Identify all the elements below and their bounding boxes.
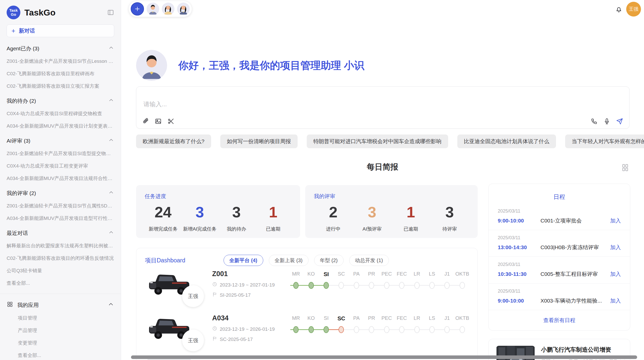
milestone-label-PR: PR — [364, 271, 379, 278]
view-all-schedule-link[interactable]: 查看所有日程 — [489, 317, 630, 324]
attachment-icon[interactable] — [142, 118, 149, 125]
dashboard-tab[interactable]: 全新上装 (3) — [269, 255, 309, 266]
task-list-item[interactable]: A034-全新新能源MUV产品开发项目法规符合性评审 — [7, 175, 114, 182]
dashboard-tab[interactable]: 动总开发 (1) — [349, 255, 389, 266]
assistant-avatar-1[interactable] — [147, 3, 159, 15]
milestone-label-LS: LS — [425, 315, 440, 322]
milestone-dot-PA — [354, 326, 359, 333]
task-list-item[interactable]: Z001-全新燃油皮卡产品开发项目SI节点Lesson Learn报告 — [7, 58, 114, 65]
image-upload-icon[interactable] — [155, 118, 162, 125]
join-meeting-link[interactable]: 加入 — [610, 217, 621, 224]
screenshot-scissors-icon[interactable] — [167, 118, 174, 125]
recent-view-all-link[interactable]: 查看全部... — [7, 280, 114, 287]
milestone-dot-LR — [414, 326, 420, 333]
task-list-item[interactable]: A034-全新新能源MUV产品开发项目造型可行性评审 — [7, 215, 114, 222]
schedule-item: 2025/03/119:00-10:00C001-立项审批会加入 — [489, 203, 630, 230]
join-meeting-link[interactable]: 加入 — [610, 244, 621, 251]
suggestion-chip[interactable]: 比亚迪全固态电池计划具体说了什么 — [457, 134, 556, 148]
task-list-item[interactable]: C0X4-动力总成开发项目SI里程碑提交物检查 — [7, 110, 114, 117]
task-list-item[interactable]: C0X4-动力总成开发项目工程变更评审 — [7, 163, 114, 169]
send-icon[interactable] — [616, 118, 623, 125]
layout-grid-icon[interactable] — [621, 163, 630, 172]
new-chat-button[interactable]: + 新对话 — [7, 24, 114, 37]
schedule-date: 2025/03/11 — [498, 262, 621, 267]
assistant-avatar-2[interactable] — [162, 3, 174, 15]
flag-icon — [212, 336, 217, 342]
apps-view-all-link[interactable]: 查看全部... — [7, 352, 114, 359]
add-assistant-button[interactable] — [131, 2, 144, 16]
milestone-cell — [379, 326, 394, 333]
suggestion-chip[interactable]: 欧洲新规最近颁布了什么? — [136, 134, 211, 148]
milestone-cell — [303, 326, 318, 333]
milestone-label-J1: J1 — [440, 315, 455, 322]
project-row[interactable]: 王强A0342023-12-19 ~ 2026-01-19SC-2025-05-… — [136, 314, 477, 354]
milestone-label-FEC: FEC — [394, 271, 409, 278]
chevron-up-icon[interactable] — [108, 301, 114, 309]
chevron-up-icon[interactable] — [108, 97, 114, 104]
section-header-0[interactable]: Agent已办 (3) — [7, 45, 114, 52]
milestone-cell — [319, 282, 334, 289]
assistant-avatar-3[interactable] — [177, 3, 190, 15]
milestone-label-J1: J1 — [440, 271, 455, 278]
schedule-items: 2025/03/119:00-10:00C001-立项审批会加入2025/03/… — [489, 203, 630, 310]
section-header-1[interactable]: 我的待办 (2) — [7, 97, 114, 104]
schedule-item: 2025/03/119:00-10:00X003-车辆动力学性能验...加入 — [489, 283, 630, 310]
dashboard-tab[interactable]: 年型 (2) — [314, 255, 344, 266]
task-list-item[interactable]: Z001-全新燃油轻卡产品开发项目SI造型提交物评审 — [7, 150, 114, 157]
milestone-dot-SI — [324, 282, 329, 289]
chevron-up-icon[interactable] — [108, 189, 114, 197]
horizontal-scrollbar[interactable] — [131, 355, 637, 359]
milestone-cell — [364, 326, 379, 333]
join-meeting-link[interactable]: 加入 — [610, 297, 621, 304]
task-list-item[interactable]: A034-全新新能源MUV产品开发项目计划变更表编写 — [7, 123, 114, 129]
app-link[interactable]: 产品管理 — [7, 327, 114, 334]
recent-chat-item[interactable]: 公司Q3轻卡销量 — [7, 267, 114, 274]
schedule-item: 2025/03/1113:00-14:30C003|H0B-方案冻结评审加入 — [489, 230, 630, 257]
chevron-up-icon[interactable] — [108, 229, 114, 237]
project-name: Z001 — [212, 270, 286, 278]
milestone-track: MRKOSISCPAPRPECFECLRLSJ1OKTB — [288, 269, 470, 290]
milestone-dot-PR — [369, 282, 374, 289]
grid-icon — [7, 301, 13, 309]
suggestion-chip[interactable]: 如何写一份清晰的项目周报 — [220, 134, 298, 148]
dashboard-tab[interactable]: 全新平台 (4) — [224, 255, 263, 266]
milestone-dots — [288, 325, 470, 334]
recent-chat-item[interactable]: C02-飞腾新能源轻客改款项目的闭环通告反馈情况 — [7, 255, 114, 262]
milestone-label-SI: SI — [319, 315, 334, 322]
task-list-item[interactable]: Z001-全新燃油轻卡产品开发项目SI节点属性5D文件评审 — [7, 203, 114, 209]
section-header-3[interactable]: 我的评审 (2) — [7, 189, 114, 197]
stat-已逾期: 1已逾期 — [391, 204, 430, 232]
suggestion-chip[interactable]: 当下年轻人对汽车外观有怎样的喜好趋势 — [565, 134, 644, 148]
taskgo-app: Task Go TaskGo + 新对话 Agent已办 (3)Z001-全新燃… — [0, 0, 644, 360]
sidebar-collapse-button[interactable] — [107, 9, 114, 16]
microphone-icon[interactable] — [603, 118, 610, 125]
task-progress-card: 任务进度 24新增完成任务3新增AI完成任务3我的待办1已逾期 — [136, 185, 300, 238]
project-date-range: 2023-12-19 ~ 2026-01-19 — [212, 326, 286, 332]
notification-bell-icon[interactable] — [615, 6, 623, 13]
schedule-time: 9:00-10:00 — [498, 298, 540, 304]
milestone-label-SC: SC — [334, 271, 349, 278]
section-header-2[interactable]: AI评审 (3) — [7, 137, 114, 144]
stat-value: 3 — [218, 204, 255, 221]
join-meeting-link[interactable]: 加入 — [610, 271, 621, 278]
app-link[interactable]: 项目管理 — [7, 315, 114, 321]
stat-label: 已逾期 — [255, 226, 291, 232]
section-header-recent[interactable]: 最近对话 — [7, 229, 114, 237]
voice-call-icon[interactable] — [591, 118, 598, 125]
chevron-up-icon[interactable] — [108, 45, 114, 52]
task-list-item[interactable]: C02-飞腾新能源轻客改款项目立项汇报方案 — [7, 83, 114, 89]
task-list-item[interactable]: C02-飞腾新能源轻客改款项目里程碑画布 — [7, 70, 114, 77]
stat-value: 3 — [353, 204, 392, 221]
stat-value: 24 — [145, 204, 181, 221]
message-input[interactable] — [143, 100, 372, 108]
schedule-card: 日程 2025/03/119:00-10:00C001-立项审批会加入2025/… — [488, 184, 630, 331]
milestone-cell — [288, 282, 303, 289]
recent-chat-item[interactable]: 解释最新出台的欧盟报废车法规再生塑料比例被调至15%... — [7, 243, 114, 249]
app-link[interactable]: 变更管理 — [7, 340, 114, 346]
project-row[interactable]: 王强Z0012023-12-19 ~ 2027-01-19SI-2025-05-… — [136, 269, 477, 310]
chevron-up-icon[interactable] — [108, 137, 114, 144]
milestone-cell — [349, 326, 364, 333]
user-avatar[interactable]: 王强 — [626, 2, 641, 17]
suggestion-chip[interactable]: 特朗普可能对进口汽车增税会对中国车企造成哪些影响 — [307, 134, 448, 148]
sidebar-item-my-apps[interactable]: 我的应用 — [7, 301, 114, 309]
